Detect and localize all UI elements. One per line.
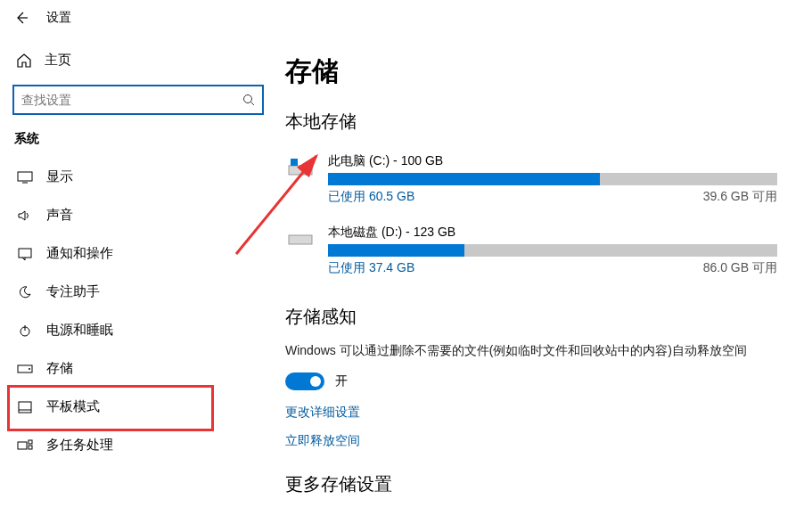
drive-c-icon <box>285 155 316 180</box>
storage-sense-heading: 存储感知 <box>285 305 777 329</box>
svg-rect-11 <box>18 442 27 449</box>
svg-rect-9 <box>19 402 31 413</box>
search-icon <box>242 94 255 106</box>
sidebar-home[interactable]: 主页 <box>12 45 264 76</box>
drive-d-icon <box>285 226 316 251</box>
svg-point-0 <box>244 95 252 103</box>
svg-rect-4 <box>19 249 31 258</box>
power-icon <box>16 323 34 338</box>
sidebar-item-power[interactable]: 电源和睡眠 <box>12 311 264 349</box>
nav-label: 平板模式 <box>46 398 100 415</box>
drive-c-name: 此电脑 (C:) - 100 GB <box>328 153 777 169</box>
drive-d[interactable]: 本地磁盘 (D:) - 123 GB 已使用 37.4 GB 86.0 GB 可… <box>285 221 777 280</box>
sidebar-item-tablet[interactable]: 平板模式 <box>12 388 264 426</box>
nav-label: 存储 <box>46 360 73 377</box>
sidebar-item-notifications[interactable]: 通知和操作 <box>12 234 264 273</box>
sidebar-item-storage[interactable]: 存储 <box>12 349 264 388</box>
drive-c[interactable]: 此电脑 (C:) - 100 GB 已使用 60.5 GB 39.6 GB 可用 <box>285 150 777 209</box>
nav-label: 专注助手 <box>46 283 100 300</box>
link-free-space[interactable]: 立即释放空间 <box>285 433 777 449</box>
storage-icon <box>16 364 34 373</box>
display-icon <box>16 171 34 184</box>
toggle-label: 开 <box>335 373 348 389</box>
home-icon <box>16 53 32 69</box>
multitask-icon <box>16 439 34 452</box>
drive-d-free: 86.0 GB 可用 <box>703 260 777 276</box>
drive-d-bar <box>328 244 777 257</box>
sidebar-item-display[interactable]: 显示 <box>12 158 264 196</box>
back-button[interactable] <box>12 9 30 27</box>
sound-icon <box>16 209 34 222</box>
nav-label: 声音 <box>46 207 73 224</box>
more-storage-heading: 更多存储设置 <box>285 472 777 496</box>
notification-icon <box>16 248 34 260</box>
nav-label: 多任务处理 <box>46 437 113 454</box>
search-input-box[interactable] <box>12 85 264 115</box>
drive-c-free: 39.6 GB 可用 <box>703 189 777 205</box>
storage-sense-desc: Windows 可以通过删除不需要的文件(例如临时文件和回收站中的内容)自动释放… <box>285 341 777 360</box>
svg-rect-15 <box>291 159 298 166</box>
drive-d-name: 本地磁盘 (D:) - 123 GB <box>328 225 777 241</box>
sidebar-item-sound[interactable]: 声音 <box>12 196 264 234</box>
main-content: 存储 本地存储 此电脑 (C:) - 100 GB 已使用 60.5 GB 39… <box>276 36 804 532</box>
search-input[interactable] <box>21 93 242 107</box>
drive-c-used: 已使用 60.5 GB <box>328 189 414 205</box>
svg-point-8 <box>29 368 30 370</box>
focus-icon <box>16 285 34 299</box>
sidebar-item-focus[interactable]: 专注助手 <box>12 273 264 311</box>
svg-rect-14 <box>289 166 312 175</box>
sidebar: 主页 系统 显示 声音 通知和操作 专注助手 电源和睡眠 <box>0 36 276 532</box>
storage-sense-toggle[interactable] <box>285 372 324 390</box>
svg-line-1 <box>251 102 255 106</box>
drive-d-used: 已使用 37.4 GB <box>328 260 414 276</box>
svg-rect-16 <box>289 235 312 244</box>
local-storage-heading: 本地存储 <box>285 110 777 134</box>
page-title: 存储 <box>285 53 777 90</box>
link-change-settings[interactable]: 更改详细设置 <box>285 405 777 421</box>
drive-c-bar <box>328 173 777 185</box>
sidebar-item-multitask[interactable]: 多任务处理 <box>12 426 264 464</box>
window-title: 设置 <box>46 10 71 26</box>
sidebar-home-label: 主页 <box>45 52 71 69</box>
sidebar-section-label: 系统 <box>12 131 264 147</box>
nav-label: 显示 <box>46 168 73 185</box>
svg-rect-12 <box>29 440 32 444</box>
svg-rect-13 <box>29 446 32 449</box>
nav-label: 通知和操作 <box>46 245 113 262</box>
nav-label: 电源和睡眠 <box>46 322 113 339</box>
tablet-icon <box>16 401 34 413</box>
svg-rect-2 <box>18 172 32 181</box>
